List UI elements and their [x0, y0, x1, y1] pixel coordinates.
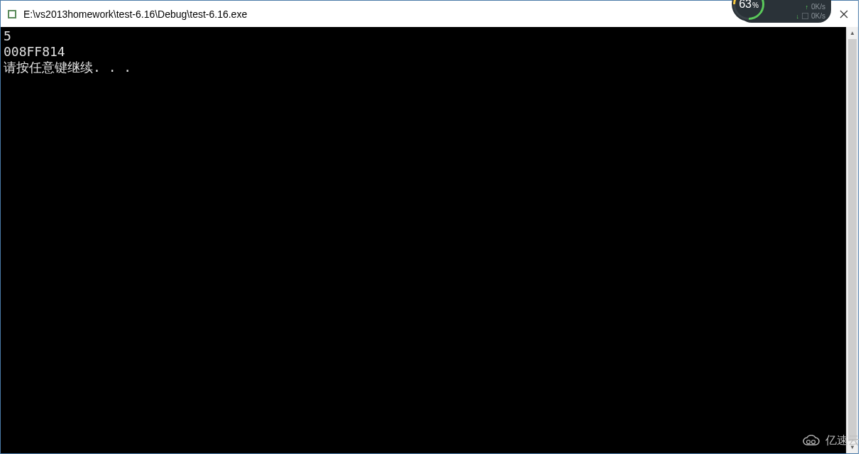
cloud-icon: [801, 435, 821, 448]
vertical-scrollbar[interactable]: ▲ ▼: [846, 27, 858, 453]
network-monitor-widget[interactable]: 63 % ↑ 0K/s ↓ 0K/s: [739, 0, 831, 23]
scrollbar-up-arrow[interactable]: ▲: [847, 27, 858, 39]
console-line: 008FF814: [4, 44, 65, 59]
network-stats: ↑ 0K/s ↓ 0K/s: [766, 1, 831, 21]
console-window: E:\vs2013homework\test-6.16\Debug\test-6…: [0, 0, 859, 454]
download-arrow-icon: ↓: [796, 13, 799, 20]
scrollbar-track[interactable]: [847, 39, 858, 441]
close-button[interactable]: [835, 6, 852, 23]
upload-arrow-icon: ↑: [805, 4, 808, 11]
cpu-gauge: 63 %: [732, 0, 766, 21]
window-title: E:\vs2013homework\test-6.16\Debug\test-6…: [23, 9, 852, 20]
console-line: 5: [4, 28, 11, 43]
svg-point-3: [812, 440, 815, 443]
stat-checkbox: [802, 13, 808, 19]
scrollbar-thumb[interactable]: [848, 39, 857, 441]
watermark: 亿速云: [801, 433, 859, 448]
app-icon: [6, 9, 18, 20]
console-line: 请按任意键继续. . .: [4, 60, 131, 75]
download-speed: 0K/s: [811, 12, 825, 20]
upload-speed: 0K/s: [811, 3, 825, 11]
console-area[interactable]: 5 008FF814 请按任意键继续. . .: [1, 27, 858, 453]
close-icon: [840, 10, 848, 18]
console-output: 5 008FF814 请按任意键继续. . .: [1, 27, 858, 77]
watermark-text: 亿速云: [825, 433, 859, 448]
titlebar[interactable]: E:\vs2013homework\test-6.16\Debug\test-6…: [1, 1, 858, 27]
svg-point-2: [807, 440, 811, 443]
